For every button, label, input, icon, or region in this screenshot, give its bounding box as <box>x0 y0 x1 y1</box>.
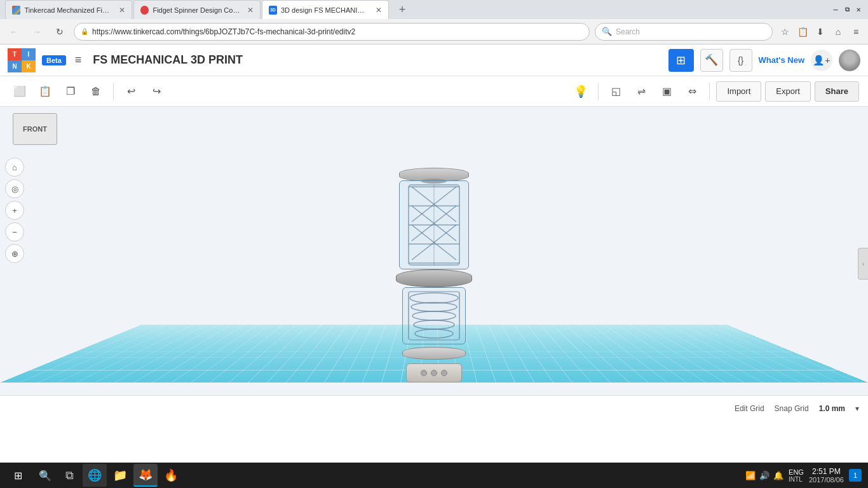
mirror-button[interactable]: ⇔ <box>681 81 703 102</box>
beta-badge: Beta <box>42 55 66 65</box>
import-button[interactable]: Import <box>716 81 761 102</box>
logo-i: I <box>22 48 36 60</box>
orbit-button[interactable]: ◎ <box>5 179 24 198</box>
main-viewport[interactable]: FRONT ⌂ ◎ + − ⊕ <box>0 107 868 421</box>
view-cube[interactable]: FRONT <box>13 113 64 164</box>
toolbar-right: 💡 ◱ ⇌ ▣ ⇔ Import Export Share <box>570 81 859 102</box>
header-right: ⊞ 🔨 {} What's New 👤+ <box>668 49 860 72</box>
home-view-button[interactable]: ⌂ <box>5 158 24 177</box>
coil-svg <box>405 290 463 341</box>
svg-point-13 <box>410 293 458 303</box>
add-user-button[interactable]: 👤+ <box>811 50 832 71</box>
duplicate-button[interactable]: ❐ <box>60 81 81 102</box>
paste-button[interactable]: 📋 <box>34 81 56 102</box>
share-button[interactable]: Share <box>815 81 859 102</box>
fit-view-button[interactable]: ⊕ <box>5 244 24 263</box>
new-tab-button[interactable]: + <box>393 0 412 19</box>
clock-date: 2017/08/06 <box>809 476 844 484</box>
align-button[interactable]: ◱ <box>605 81 627 102</box>
new-object-button[interactable]: ⬜ <box>9 81 31 102</box>
hint-button[interactable]: 💡 <box>570 81 592 102</box>
model-lower-cylinder <box>402 287 466 344</box>
redo-button[interactable]: ↪ <box>146 81 167 102</box>
status-bar: Edit Grid Snap Grid 1.0 mm ▾ <box>0 395 868 421</box>
taskbar-edge[interactable]: 🌐 <box>83 464 107 487</box>
toolbar-separator-1 <box>113 83 114 100</box>
zoom-in-button[interactable]: + <box>5 201 24 220</box>
undo-button[interactable]: ↩ <box>120 81 142 102</box>
delete-button[interactable]: 🗑 <box>85 81 107 102</box>
avatar[interactable] <box>839 50 860 71</box>
zoom-out-button[interactable]: − <box>5 222 24 241</box>
maximize-button[interactable]: ⧉ <box>843 5 851 14</box>
chevron-right-icon: › <box>862 261 864 268</box>
favicon-3d: 3D <box>269 6 277 15</box>
tab-3d[interactable]: 3D 3D design FS MECHANICAL... ✕ <box>262 0 389 19</box>
close-button[interactable]: ✕ <box>854 5 863 14</box>
clock[interactable]: 2:51 PM 2017/08/06 <box>809 467 844 484</box>
back-button[interactable]: ← <box>5 23 23 41</box>
code-tool-button[interactable]: {} <box>729 49 752 72</box>
download-icon[interactable]: ⬇ <box>813 25 827 39</box>
start-button[interactable]: ⊞ <box>3 464 33 487</box>
notification-icon[interactable]: 🔔 <box>773 471 783 480</box>
toolbar-separator-2 <box>598 83 599 100</box>
menu-icon[interactable]: ≡ <box>849 25 863 39</box>
group-button[interactable]: ▣ <box>656 81 677 102</box>
right-panel-handle[interactable]: › <box>858 248 868 280</box>
bottom-dot-2 <box>431 370 437 376</box>
tab-close-tinkercad[interactable]: ✕ <box>119 6 125 15</box>
export-button[interactable]: Export <box>765 81 811 102</box>
logo-k: K <box>22 60 36 72</box>
model-top-cap <box>399 168 469 182</box>
taskbar-search-button[interactable]: 🔍 <box>34 464 56 486</box>
bookmark-star-icon[interactable]: ☆ <box>778 25 792 39</box>
snap-grid-arrow[interactable]: ▾ <box>855 404 859 413</box>
edit-grid-label[interactable]: Edit Grid <box>735 404 764 413</box>
tab-close-fidget[interactable]: ✕ <box>247 6 254 15</box>
flip-button[interactable]: ⇌ <box>630 81 652 102</box>
volume-icon[interactable]: 🔊 <box>759 471 770 480</box>
tab-title-3d: 3D design FS MECHANICAL... <box>281 6 369 14</box>
locale-info: ENG INTL <box>789 468 804 483</box>
snap-grid-label: Snap Grid <box>775 404 809 413</box>
tab-close-3d[interactable]: ✕ <box>376 6 382 15</box>
app-extra-icon: 🔥 <box>164 468 178 482</box>
app-header: T I N K Beta ≡ FS MECHANICAL 3D PRINT ⊞ … <box>0 44 868 76</box>
tab-tinkercad[interactable]: Tinkercad Mechanized Fidg... ✕ <box>5 0 132 19</box>
bottom-dot-3 <box>441 370 447 376</box>
model-middle-disk <box>396 269 472 287</box>
build-tool-button[interactable]: 🔨 <box>700 49 723 72</box>
taskbar-app-extra[interactable]: 🔥 <box>159 464 183 487</box>
refresh-button[interactable]: ↻ <box>51 23 69 41</box>
snap-grid-value: 1.0 mm <box>819 404 845 413</box>
tab-title-tinkercad: Tinkercad Mechanized Fidg... <box>24 6 112 14</box>
model-spring-cylinder <box>399 180 469 269</box>
forward-button[interactable]: → <box>28 23 46 41</box>
browser-toolbar-icons: ☆ 📋 ⬇ ⌂ ≡ <box>778 25 863 39</box>
reading-list-icon[interactable]: 📋 <box>796 25 810 39</box>
title-bar: Tinkercad Mechanized Fidg... ✕ Fidget Sp… <box>0 0 868 19</box>
taskbar-right: 📶 🔊 🔔 ENG INTL 2:51 PM 2017/08/06 1 <box>745 467 865 484</box>
url-text: https://www.tinkercad.com/things/6bpJOZT… <box>92 27 583 36</box>
tab-fidget[interactable]: Fidget Spinner Design Cont... ✕ <box>133 0 261 19</box>
grid-view-button[interactable]: ⊞ <box>668 49 694 72</box>
search-bar[interactable]: 🔍 Search <box>595 23 773 41</box>
edge-icon: 🌐 <box>88 468 102 482</box>
network-icon[interactable]: 📶 <box>745 471 756 480</box>
address-bar: ← → ↻ 🔒 https://www.tinkercad.com/things… <box>0 19 868 44</box>
hamburger-menu-icon[interactable]: ≡ <box>75 53 82 67</box>
taskbar-explorer[interactable]: 📁 <box>108 464 132 487</box>
minimize-button[interactable]: ─ <box>831 5 840 14</box>
tinkercad-logo: T I N K <box>8 48 36 72</box>
taskbar-task-view[interactable]: ⧉ <box>57 464 81 487</box>
lock-icon: 🔒 <box>81 28 88 35</box>
notification-badge[interactable]: 1 <box>849 469 862 482</box>
view-cube-front[interactable]: FRONT <box>13 113 57 145</box>
svg-point-16 <box>414 320 454 329</box>
3d-model <box>370 139 498 412</box>
home-icon[interactable]: ⌂ <box>831 25 845 39</box>
url-bar[interactable]: 🔒 https://www.tinkercad.com/things/6bpJO… <box>74 23 590 41</box>
taskbar-firefox[interactable]: 🦊 <box>133 464 158 487</box>
whats-new-button[interactable]: What's New <box>759 55 804 65</box>
